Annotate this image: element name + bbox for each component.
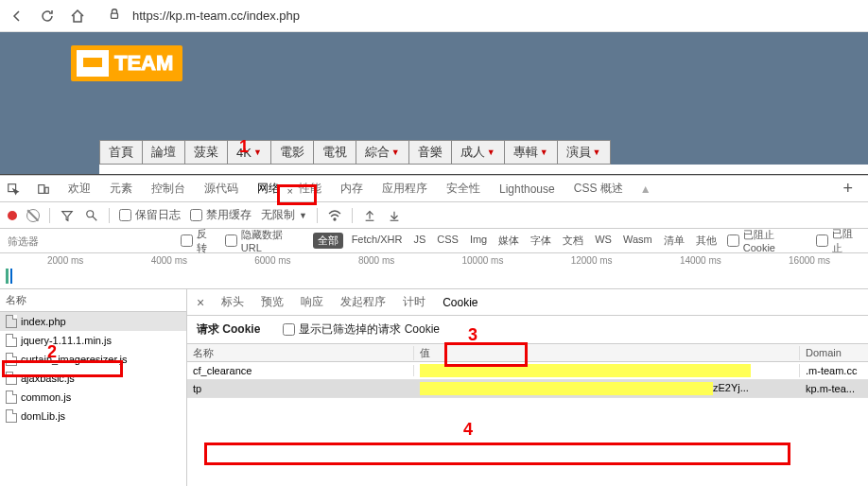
download-icon[interactable] [387,208,402,223]
logo-icon [77,50,109,77]
url-bar[interactable]: https://kp.m-team.cc/index.php [98,8,860,24]
nav-item[interactable]: 綜合▼ [356,140,409,165]
filter-type[interactable]: 清单 [661,233,687,249]
filter-type[interactable]: WS [592,233,615,249]
devtools-tab[interactable]: 性能 [297,178,323,199]
filter-type[interactable]: CSS [434,233,461,249]
nav-item[interactable]: 4K▼ [228,140,271,165]
nav-item[interactable]: 首頁 [99,140,143,165]
devtools-tab[interactable]: 源代码 [202,178,240,199]
devtools-tab[interactable]: 欢迎 [66,178,93,199]
site-logo[interactable]: TEAM [71,45,182,81]
annotation-2: 2 [47,342,57,362]
close-detail-icon[interactable]: × [197,295,204,310]
devtools-tab[interactable]: 元素 [108,178,134,199]
nav-item[interactable]: 論壇 [143,140,185,165]
name-column-header[interactable]: 名称 [0,289,186,312]
request-item[interactable]: common.js [0,388,186,407]
filter-type[interactable]: 其他 [693,233,720,249]
network-filters: 反转 隐藏数据 URL 全部Fetch/XHRJSCSSImg媒体字体文档WSW… [0,229,868,253]
devtools-tab[interactable]: CSS 概述 [572,178,625,199]
blocked-cookie-checkbox[interactable]: 已阻止 Cookie [727,228,808,253]
request-item[interactable]: ajaxbasic.js [0,369,186,388]
search-icon[interactable] [84,208,99,223]
nav-item[interactable]: 菠菜 [185,140,228,165]
cookie-section: 请求 Cookie 显示已筛选掉的请求 Cookie [187,316,868,343]
filter-input[interactable] [6,234,173,249]
request-item[interactable]: curtain_imageresizer.js [0,350,186,369]
devtools-panel: 欢迎元素控制台源代码网络×性能内存应用程序安全性LighthouseCSS 概述… [0,175,868,486]
wifi-icon[interactable] [327,208,342,223]
invert-checkbox[interactable]: 反转 [181,227,217,255]
devtools-tab[interactable]: 内存 [339,178,365,199]
nav-item[interactable]: 音樂 [409,140,452,165]
file-icon [6,353,17,366]
record-icon[interactable] [8,211,17,220]
detail-tab[interactable]: 计时 [403,294,425,310]
request-list: 名称 index.phpjquery-1.11.1.min.jscurtain_… [0,289,187,486]
nav-item[interactable]: 電影 [271,140,314,165]
cookie-row[interactable]: tpzE2Yj...kp.m-tea... [187,380,868,398]
devtools-tab[interactable]: 控制台 [149,178,187,199]
devtools-tab[interactable]: Lighthouse [497,179,557,200]
filter-type[interactable]: Img [467,233,490,249]
home-icon[interactable] [68,7,87,26]
annotation-3: 3 [468,325,477,345]
site-header: TEAM 首頁論壇菠菜4K▼電影電視綜合▼音樂成人▼專輯▼演員▼ [0,32,868,175]
devtools-tab[interactable]: 安全性 [444,178,482,199]
site-nav: 首頁論壇菠菜4K▼電影電視綜合▼音樂成人▼專輯▼演員▼ [99,140,868,165]
request-item[interactable]: index.php [0,312,186,331]
filter-type[interactable]: 字体 [528,233,554,249]
detail-tabs: × 标头预览响应发起程序计时Cookie [187,289,868,316]
upload-icon[interactable] [362,208,377,223]
annotation-1: 1 [239,137,249,157]
inspect-icon[interactable] [6,182,21,197]
nav-item[interactable]: 成人▼ [452,140,505,165]
close-tab-icon[interactable]: × [287,185,293,197]
hide-url-checkbox[interactable]: 隐藏数据 URL [225,228,305,253]
svg-point-5 [334,218,336,220]
nav-item[interactable]: 演員▼ [558,140,611,165]
back-icon[interactable] [8,7,26,26]
detail-tab[interactable]: 标头 [221,294,244,310]
filter-type[interactable]: 全部 [313,233,343,249]
filter-icon[interactable] [60,208,75,223]
filter-type[interactable]: Wasm [620,233,655,249]
url-text: https://kp.m-team.cc/index.php [132,9,300,23]
device-icon[interactable] [36,182,51,197]
file-icon [6,315,17,328]
refresh-icon[interactable] [38,7,57,26]
clear-icon[interactable] [26,209,40,222]
file-icon [6,409,17,423]
throttle-select[interactable]: 无限制 ▼ [261,207,307,223]
filter-type[interactable]: Fetch/XHR [349,233,406,249]
show-filtered-checkbox[interactable]: 显示已筛选掉的请求 Cookie [283,321,440,338]
devtools-tab[interactable]: 网络 [255,178,282,199]
network-timeline[interactable]: 2000 ms4000 ms6000 ms8000 ms10000 ms1200… [0,253,868,289]
table-header: 名称 值 Domain [187,344,868,362]
devtools-tab[interactable]: 应用程序 [380,178,429,199]
lock-icon [108,8,121,24]
detail-tab[interactable]: Cookie [443,296,477,309]
preserve-log-checkbox[interactable]: 保留日志 [119,207,181,223]
detail-tab[interactable]: 响应 [301,294,323,310]
filter-type[interactable]: 媒体 [495,233,522,249]
blocked-checkbox[interactable]: 已阻止 [816,227,862,255]
request-item[interactable]: jquery-1.11.1.min.js [0,331,186,350]
file-icon [6,391,17,404]
file-icon [6,372,17,385]
disable-cache-checkbox[interactable]: 禁用缓存 [190,207,252,223]
filter-type[interactable]: 文档 [560,233,586,249]
detail-tab[interactable]: 预览 [261,294,284,310]
tab-badge: ▲ [640,182,651,196]
devtools-tabs: 欢迎元素控制台源代码网络×性能内存应用程序安全性LighthouseCSS 概述… [0,176,868,202]
nav-item[interactable]: 專輯▼ [505,140,558,165]
svg-rect-2 [39,184,44,193]
cookie-table: 名称 值 Domain cf_clearance.m-team.cctpzE2Y… [187,343,868,486]
nav-item[interactable]: 電視 [314,140,356,165]
detail-tab[interactable]: 发起程序 [340,294,386,310]
filter-type[interactable]: JS [410,233,428,249]
cookie-row[interactable]: cf_clearance.m-team.cc [187,362,868,380]
request-item[interactable]: domLib.js [0,407,186,425]
add-tab-icon[interactable]: + [842,179,862,199]
